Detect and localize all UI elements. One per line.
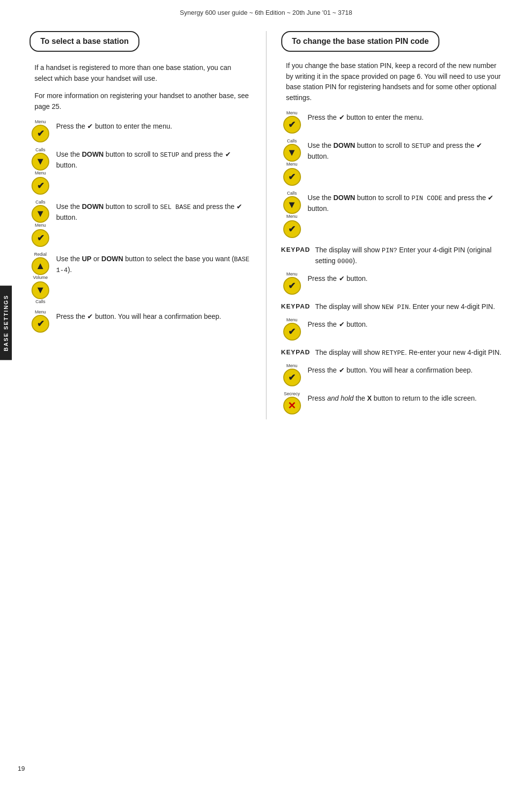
r-secrecy-x: Secrecy ✕	[281, 391, 303, 414]
left-step-4: Redial ▲ Volume ▼ Calls Use the UP or DO…	[30, 252, 251, 305]
left-para-1: If a handset is registered to more than …	[34, 63, 251, 84]
main-content: To select a base station If a handset is…	[30, 31, 502, 419]
right-step-9: Menu ✔ Press the ✔ button. You will hear…	[281, 363, 503, 386]
r-keypad-3: KEYPAD	[281, 345, 310, 356]
menu-check-icon-2: Menu ✔	[30, 309, 51, 333]
right-step-4: KEYPAD The display will show PIN? Enter …	[281, 243, 503, 267]
header-title: Synergy 600 user guide ~ 6th Edition ~ 2…	[180, 9, 352, 16]
left-box-title: To select a base station	[30, 31, 139, 52]
right-step-3: Calls ▼ Menu ✔ Use the DOWN button to sc…	[281, 191, 503, 238]
page-number: 19	[18, 765, 25, 772]
right-step-8-text: The display will show RETYPE. Re-enter y…	[315, 345, 502, 358]
left-step-2-text: Use the DOWN button to scroll to SETUP a…	[56, 147, 251, 171]
menu-check-icon-1: Menu ✔	[30, 119, 51, 142]
right-step-1-text: Press the ✔ button to enter the menu.	[308, 110, 503, 123]
left-step-4-text: Use the UP or DOWN button to select the …	[56, 252, 251, 275]
left-column: To select a base station If a handset is…	[30, 31, 266, 419]
r-keypad-1: KEYPAD	[281, 243, 310, 253]
side-tab: BASE SETTINGS	[0, 286, 12, 360]
left-step-1-text: Press the ✔ button to enter the menu.	[56, 119, 251, 132]
left-step-1: Menu ✔ Press the ✔ button to enter the m…	[30, 119, 251, 142]
r-down-btn-1: Calls ▼ Menu ✔	[281, 138, 303, 186]
right-step-8: KEYPAD The display will show RETYPE. Re-…	[281, 345, 503, 358]
right-step-5-text: Press the ✔ button.	[308, 272, 503, 284]
right-step-9-text: Press the ✔ button. You will hear a conf…	[308, 363, 503, 376]
left-step-5: Menu ✔ Press the ✔ button. You will hear…	[30, 309, 251, 333]
right-step-3-text: Use the DOWN button to scroll to PIN COD…	[308, 191, 503, 214]
r-menu-check-4: Menu ✔	[281, 363, 303, 386]
right-step-5: Menu ✔ Press the ✔ button.	[281, 272, 503, 295]
left-step-5-text: Press the ✔ button. You will hear a conf…	[56, 309, 251, 322]
right-step-10-text: Press and hold the X button to return to…	[308, 391, 503, 404]
right-step-2-text: Use the DOWN button to scroll to SETUP a…	[308, 138, 503, 162]
down-btn-2: Calls ▼ Menu ✔	[30, 200, 51, 247]
left-para-2: For more information on registering your…	[34, 91, 251, 112]
r-menu-check-3: Menu ✔	[281, 317, 303, 341]
left-step-3-text: Use the DOWN button to scroll to SEL BAS…	[56, 200, 251, 223]
right-column: To change the base station PIN code If y…	[266, 31, 503, 419]
right-step-6-text: The display will show NEW PIN. Enter you…	[315, 300, 502, 312]
right-para: If you change the base station PIN, keep…	[286, 61, 503, 103]
left-step-2: Calls ▼ Menu ✔ Use the DOWN button to sc…	[30, 147, 251, 195]
r-menu-check-1: Menu ✔	[281, 110, 303, 134]
r-keypad-2: KEYPAD	[281, 300, 310, 310]
updown-btn: Redial ▲ Volume ▼ Calls	[30, 252, 51, 305]
right-step-1: Menu ✔ Press the ✔ button to enter the m…	[281, 110, 503, 134]
right-step-4-text: The display will show PIN? Enter your 4-…	[315, 243, 502, 267]
right-step-10: Secrecy ✕ Press and hold the X button to…	[281, 391, 503, 414]
right-box-title: To change the base station PIN code	[281, 31, 440, 52]
page-header: Synergy 600 user guide ~ 6th Edition ~ 2…	[0, 0, 532, 21]
right-step-7-text: Press the ✔ button.	[308, 317, 503, 330]
r-down-btn-2: Calls ▼ Menu ✔	[281, 191, 303, 238]
right-step-7: Menu ✔ Press the ✔ button.	[281, 317, 503, 341]
down-btn-1: Calls ▼ Menu ✔	[30, 147, 51, 195]
right-step-2: Calls ▼ Menu ✔ Use the DOWN button to sc…	[281, 138, 503, 186]
left-step-3: Calls ▼ Menu ✔ Use the DOWN button to sc…	[30, 200, 251, 247]
r-menu-check-2: Menu ✔	[281, 272, 303, 295]
right-step-6: KEYPAD The display will show NEW PIN. En…	[281, 300, 503, 312]
